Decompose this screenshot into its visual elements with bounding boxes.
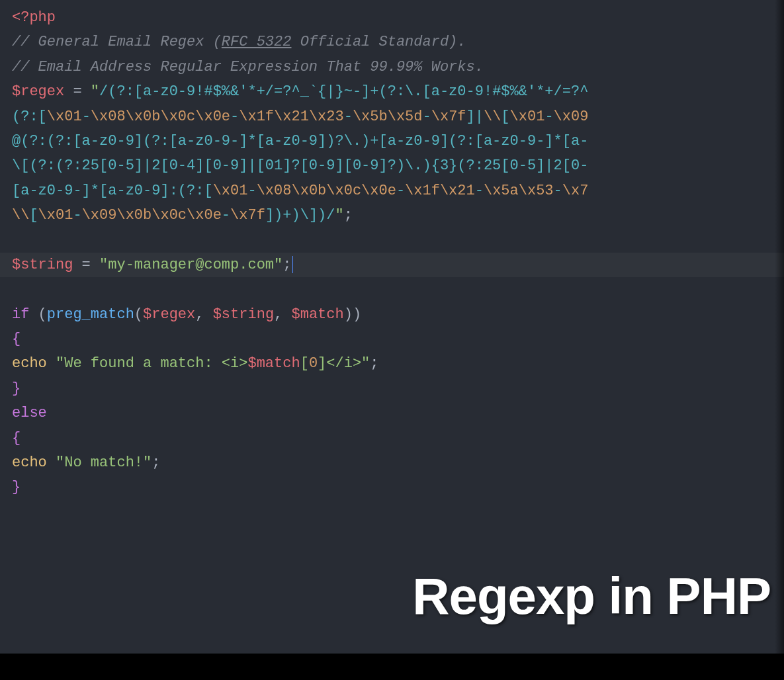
code-line: \[(?:(?:25[0-5]|2[0-4][0-9]|[01]?[0-9][0…: [12, 153, 772, 178]
variable: $regex: [12, 83, 64, 100]
code-line: else: [12, 401, 772, 425]
code-editor[interactable]: <?php // General Email Regex (RFC 5322 O…: [12, 5, 772, 500]
code-line-empty: [12, 277, 772, 302]
code-line: (?:[\x01-\x08\x0b\x0c\x0e-\x1f\x21\x23-\…: [12, 105, 772, 129]
code-line: $regex = "/(?:[a-z0-9!#$%&'*+/=?^_`{|}~-…: [12, 79, 772, 104]
shadow-decoration: [0, 654, 784, 680]
keyword: else: [12, 405, 47, 421]
comment-text: // Email Address Regular Expression That…: [12, 59, 484, 75]
code-line: <?php: [12, 5, 772, 30]
brace: }: [12, 479, 21, 495]
escape-seq: \x01: [47, 108, 82, 125]
comment-link: RFC 5322: [222, 34, 292, 50]
code-line: @(?:(?:[a-z0-9](?:[a-z0-9-]*[a-z0-9])?\.…: [12, 129, 772, 153]
code-line: {: [12, 327, 772, 351]
keyword-echo: echo: [12, 454, 47, 471]
variable: $string: [12, 257, 73, 273]
code-line: [a-z0-9-]*[a-z0-9]:(?:[\x01-\x08\x0b\x0c…: [12, 179, 772, 203]
function-call: preg_match: [47, 306, 134, 323]
overlay-title: Regexp in PHP: [412, 552, 771, 640]
code-line: echo "No match!";: [12, 450, 772, 475]
string-literal: "No match!": [56, 454, 152, 471]
code-line: echo "We found a match: <i>$match[0]</i>…: [12, 351, 772, 376]
code-line-active: $string = "my-manager@comp.com";: [0, 253, 784, 277]
keyword-echo: echo: [12, 355, 47, 372]
regex-body: (?:[: [12, 108, 47, 125]
string-literal: "my-manager@comp.com": [99, 257, 283, 273]
comment-text: // General Email Regex (: [12, 34, 222, 50]
operator: =: [64, 83, 91, 100]
string-quote: ": [91, 83, 99, 100]
comment-text: Official Standard).: [291, 34, 466, 50]
regex-body: /(?:[a-z0-9!#$%&'*+/=?^_`{|}~-]+(?:\.[a-…: [99, 83, 588, 100]
code-line: {: [12, 426, 772, 450]
code-line: // Email Address Regular Expression That…: [12, 55, 772, 79]
keyword: if: [12, 306, 29, 323]
code-line-empty: [12, 228, 772, 253]
brace: {: [12, 331, 21, 347]
text-cursor: [292, 256, 293, 273]
brace: }: [12, 380, 21, 397]
code-line: }: [12, 475, 772, 499]
regex-body: @(?:(?:[a-z0-9](?:[a-z0-9-]*[a-z0-9])?\.…: [12, 133, 588, 149]
regex-body: [a-z0-9-]*[a-z0-9]:(?:[: [12, 183, 213, 199]
code-line: // General Email Regex (RFC 5322 Officia…: [12, 30, 772, 54]
shadow-decoration: [775, 0, 784, 680]
code-line: \\[\x01-\x09\x0b\x0c\x0e-\x7f])+)\])/";: [12, 203, 772, 228]
regex-body: \[(?:(?:25[0-5]|2[0-4][0-9]|[01]?[0-9][0…: [12, 157, 588, 174]
code-line: if (preg_match($regex, $string, $match)): [12, 302, 772, 327]
brace: {: [12, 430, 21, 446]
string-literal: "We found a match: <i>: [56, 355, 247, 372]
php-open-tag: <?php: [12, 9, 56, 26]
code-line: }: [12, 376, 772, 401]
